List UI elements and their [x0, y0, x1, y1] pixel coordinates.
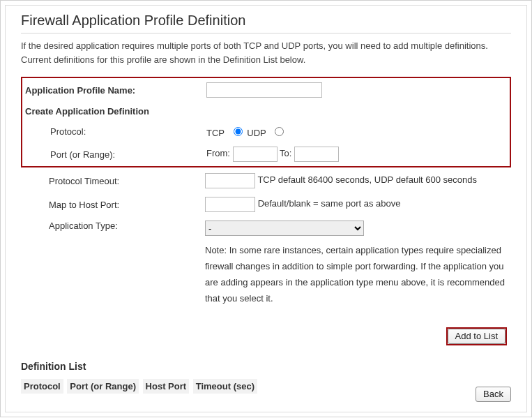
col-port-range: Port (or Range) [67, 379, 139, 394]
protocol-timeout-label: Protocol Timeout: [21, 169, 202, 193]
port-from-input[interactable] [233, 147, 278, 162]
window-outer-frame: Firewall Application Profile Definition … [0, 0, 532, 417]
add-to-list-highlight: Add to List [446, 327, 507, 345]
application-type-row: Application Type: - Note: In some rare i… [21, 216, 509, 311]
app-profile-name-label: Application Profile Name: [22, 78, 204, 102]
protocol-row: Protocol: TCP UDP [22, 121, 343, 142]
protocol-udp-radio[interactable] [275, 127, 284, 136]
port-range-label: Port (or Range): [22, 142, 204, 166]
extra-form-table: Protocol Timeout: TCP default 86400 seco… [21, 169, 509, 311]
map-to-host-port-label: Map to Host Port: [21, 193, 202, 216]
content-panel: Firewall Application Profile Definition … [5, 5, 527, 412]
col-timeout: Timeout (sec) [193, 379, 257, 394]
col-host-port: Host Port [143, 379, 190, 394]
application-type-note: Note: In some rare instances, certain ap… [205, 243, 505, 306]
app-profile-name-input[interactable] [206, 82, 322, 98]
port-to-input[interactable] [294, 147, 339, 162]
required-form-table: Application Profile Name: Create Applica… [22, 78, 343, 166]
protocol-tcp-label: TCP [206, 128, 225, 138]
protocol-radio-group: TCP UDP [206, 128, 286, 138]
port-from-label: From: [206, 149, 230, 159]
required-fields-frame: Application Profile Name: Create Applica… [21, 77, 511, 167]
map-to-host-port-input[interactable] [205, 197, 255, 212]
map-to-host-port-hint: Default/blank = same port as above [258, 199, 401, 209]
protocol-udp-label: UDP [247, 128, 266, 138]
col-protocol: Protocol [21, 379, 63, 394]
create-application-definition-heading: Create Application Definition [22, 102, 343, 121]
application-type-select[interactable]: - [205, 221, 364, 236]
map-to-host-port-row: Map to Host Port: Default/blank = same p… [21, 193, 509, 216]
page-title: Firewall Application Profile Definition [21, 13, 511, 33]
add-to-list-button[interactable]: Add to List [448, 329, 506, 344]
back-row: Back [476, 387, 511, 402]
definition-list-header: Protocol Port (or Range) Host Port Timeo… [21, 379, 511, 394]
port-to-label: To: [280, 149, 291, 159]
protocol-tcp-radio[interactable] [234, 127, 243, 136]
application-type-label: Application Type: [21, 216, 202, 311]
port-range-row: Port (or Range): From: To: [22, 142, 343, 166]
protocol-timeout-row: Protocol Timeout: TCP default 86400 seco… [21, 169, 509, 193]
intro-text: If the desired application requires mult… [21, 39, 511, 67]
protocol-timeout-hint: TCP default 86400 seconds, UDP default 6… [257, 175, 477, 186]
back-button[interactable]: Back [476, 387, 511, 402]
add-to-list-row: Add to List [21, 327, 511, 345]
protocol-label: Protocol: [22, 121, 204, 142]
definition-list-heading: Definition List [21, 361, 511, 372]
protocol-timeout-input[interactable] [205, 173, 255, 188]
